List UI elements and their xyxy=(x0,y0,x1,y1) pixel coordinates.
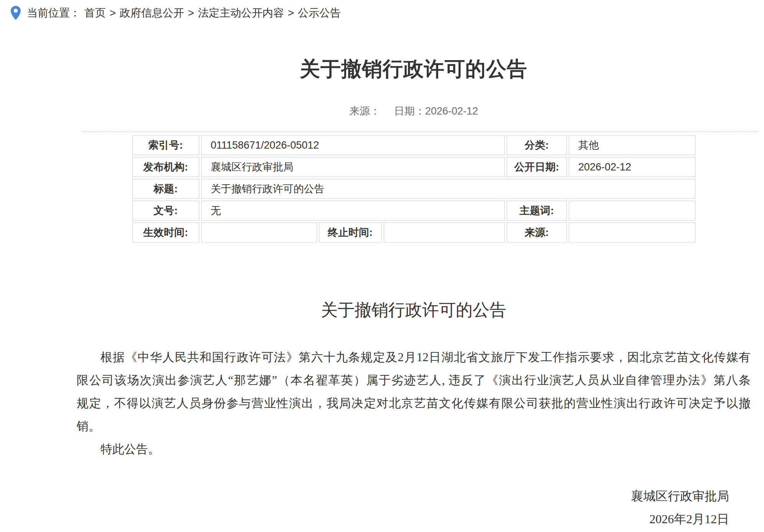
effective-date-label: 生效时间: xyxy=(132,223,199,242)
breadcrumb-separator: > xyxy=(110,7,116,19)
meta-date-value: 2026-02-12 xyxy=(425,105,478,117)
meta-source-label: 来源： xyxy=(349,105,380,117)
signature-agency: 襄城区行政审批局 xyxy=(77,485,729,507)
expiry-date-label: 终止时间: xyxy=(319,223,382,242)
signature-block: 襄城区行政审批局 2026年2月12日 xyxy=(77,485,751,530)
keywords-value xyxy=(569,201,695,221)
breadcrumb-link-home[interactable]: 首页 xyxy=(84,6,106,20)
article-paragraph: 根据《中华人民共和国行政许可法》第六十九条规定及2月12日湖北省文旅厅下发工作指… xyxy=(77,346,751,438)
paragraph-line: 规定，不得以演艺人员身份参与营业性演出，我局决定对北京艺苗文化传媒有限公司获批的… xyxy=(77,392,751,415)
index-number-label: 索引号: xyxy=(132,135,199,155)
breadcrumb-separator: > xyxy=(188,7,194,19)
expiry-date-value xyxy=(384,223,505,242)
publish-date-value: 2026-02-12 xyxy=(569,157,695,177)
effective-date-value xyxy=(201,223,317,242)
meta-date-label: 日期： xyxy=(394,105,425,117)
publish-date-label: 公开日期: xyxy=(507,157,567,177)
index-number-value: 011158671/2026-05012 xyxy=(201,135,505,155)
article-content: 关于撤销行政许可的公告 根据《中华人民共和国行政许可法》第六十九条规定及2月12… xyxy=(77,300,751,530)
category-value: 其他 xyxy=(569,135,695,155)
publisher-value: 襄城区行政审批局 xyxy=(201,157,505,177)
title-label: 标题: xyxy=(132,179,199,199)
signature-date: 2026年2月12日 xyxy=(77,507,729,530)
category-label: 分类: xyxy=(507,135,567,155)
document-info-table: 索引号: 011158671/2026-05012 分类: 其他 发布机构: 襄… xyxy=(130,133,697,244)
table-row: 发布机构: 襄城区行政审批局 公开日期: 2026-02-12 xyxy=(132,157,695,177)
page: 当前位置： 首页 > 政府信息公开 > 法定主动公开内容 > 公示公告 关于撤销… xyxy=(0,0,764,532)
breadcrumb-separator: > xyxy=(288,7,294,19)
table-row: 标题: 关于撤销行政许可的公告 xyxy=(132,179,695,199)
publisher-label: 发布机构: xyxy=(132,157,199,177)
article-title: 关于撤销行政许可的公告 xyxy=(77,300,751,321)
breadcrumb-current-announcements: 公示公告 xyxy=(298,6,341,20)
table-row: 生效时间: 终止时间: 来源: xyxy=(132,223,695,242)
page-title: 关于撤销行政许可的公告 xyxy=(77,57,751,80)
location-pin-icon xyxy=(10,5,21,21)
table-row: 索引号: 011158671/2026-05012 分类: 其他 xyxy=(132,135,695,155)
paragraph-line: 限公司该场次演出参演艺人“那艺娜”（本名翟革英）属于劣迹艺人, 违反了《演出行业… xyxy=(77,369,751,392)
dotted-divider xyxy=(82,131,758,132)
meta-line: 来源：日期：2026-02-12 xyxy=(77,105,751,118)
breadcrumb-prefix: 当前位置： xyxy=(27,6,81,20)
breadcrumb-link-gov-info[interactable]: 政府信息公开 xyxy=(120,6,184,20)
title-value: 关于撤销行政许可的公告 xyxy=(201,179,695,199)
paragraph-line: 根据《中华人民共和国行政许可法》第六十九条规定及2月12日湖北省文旅厅下发工作指… xyxy=(77,346,751,369)
source-label: 来源: xyxy=(507,223,567,242)
source-value xyxy=(569,223,695,242)
breadcrumb-link-statutory-disclosure[interactable]: 法定主动公开内容 xyxy=(198,6,284,20)
doc-number-label: 文号: xyxy=(132,201,199,221)
keywords-label: 主题词: xyxy=(507,201,567,221)
closing-statement: 特此公告。 xyxy=(77,438,751,461)
article-column: 关于撤销行政许可的公告 来源：日期：2026-02-12 索引号: 011158… xyxy=(77,57,751,530)
table-row: 文号: 无 主题词: xyxy=(132,201,695,221)
breadcrumb: 当前位置： 首页 > 政府信息公开 > 法定主动公开内容 > 公示公告 xyxy=(0,0,764,21)
doc-number-value: 无 xyxy=(201,201,505,221)
paragraph-line: 销。 xyxy=(77,415,751,438)
